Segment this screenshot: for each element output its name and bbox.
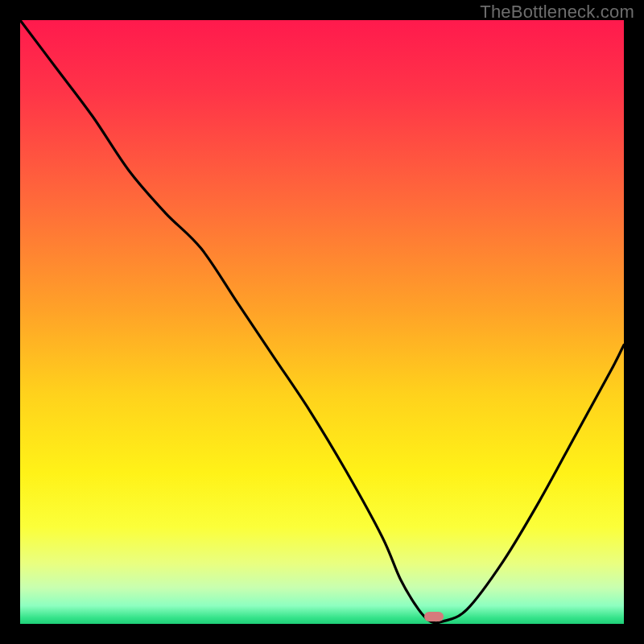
- plot-area: [20, 20, 624, 624]
- outer-frame: TheBottleneck.com: [0, 0, 644, 644]
- optimal-marker: [424, 612, 444, 621]
- bottleneck-curve: [20, 20, 624, 624]
